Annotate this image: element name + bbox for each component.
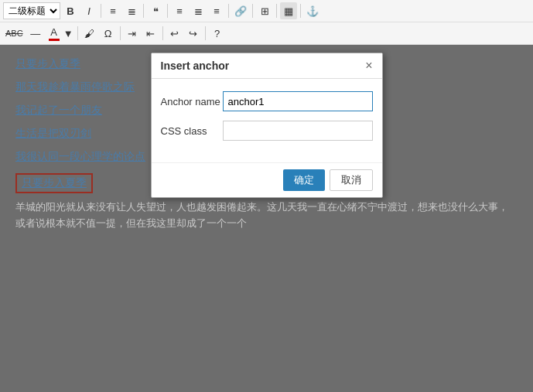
- link-button[interactable]: 🔗: [232, 2, 249, 19]
- modal-overlay: Insert anchor × Anchor name CSS class 确定…: [0, 45, 533, 392]
- confirm-button[interactable]: 确定: [283, 169, 325, 191]
- css-class-label: CSS class: [161, 125, 223, 137]
- anchor-name-input[interactable]: [223, 91, 373, 111]
- modal-close-button[interactable]: ×: [365, 60, 372, 72]
- separator-3: [167, 4, 168, 18]
- redo-button[interactable]: ↪: [185, 25, 202, 42]
- editor-area: 只要步入夏季 那天我趁着暴雨停歌之际 我记起了一个朋友 生活是把双刃剑 我很认同…: [0, 45, 533, 392]
- special-char-button[interactable]: Ω: [100, 25, 117, 42]
- style-select[interactable]: 二级标题: [3, 2, 60, 19]
- blockquote-button[interactable]: ❝: [147, 2, 164, 19]
- align-left-button[interactable]: ≡: [171, 2, 188, 19]
- bold-button[interactable]: B: [62, 2, 79, 19]
- unordered-list-button[interactable]: ≡: [104, 2, 121, 19]
- help-button[interactable]: ?: [209, 25, 226, 42]
- separator-7: [300, 4, 301, 18]
- strikethrough-button[interactable]: ABC: [3, 25, 26, 42]
- css-class-row: CSS class: [161, 121, 373, 141]
- separator-4: [228, 4, 229, 18]
- anchor-name-row: Anchor name: [161, 91, 373, 111]
- toolbar-area: 二级标题 B I ≡ ≣ ❝ ≡ ≣ ≡ 🔗 ⊞ ▦ ⚓ ABC — A ▼ 🖌: [0, 0, 533, 45]
- separator-1: [101, 4, 101, 18]
- css-class-input[interactable]: [223, 121, 373, 141]
- modal-body: Anchor name CSS class: [152, 79, 382, 162]
- cancel-button[interactable]: 取消: [330, 169, 373, 191]
- toolbar-row-1: 二级标题 B I ≡ ≣ ❝ ≡ ≣ ≡ 🔗 ⊞ ▦ ⚓: [0, 0, 533, 22]
- align-right-button[interactable]: ≡: [208, 2, 225, 19]
- separator-2: [143, 4, 144, 18]
- ordered-list-button[interactable]: ≣: [123, 2, 140, 19]
- separator-8: [77, 26, 78, 40]
- separator-6: [276, 4, 277, 18]
- separator-10: [162, 26, 163, 40]
- modal-header: Insert anchor ×: [152, 53, 382, 79]
- outdent-button[interactable]: ⇤: [142, 25, 159, 42]
- anchor-name-label: Anchor name: [161, 96, 223, 107]
- italic-button[interactable]: I: [80, 2, 97, 19]
- anchor-button[interactable]: ⚓: [304, 2, 321, 19]
- separator-9: [120, 26, 121, 40]
- insert-anchor-dialog: Insert anchor × Anchor name CSS class 确定…: [151, 53, 383, 198]
- media-button[interactable]: ▦: [280, 2, 297, 19]
- separator-11: [205, 26, 206, 40]
- text-color-dropdown[interactable]: ▼: [63, 25, 74, 42]
- separator-5: [252, 4, 253, 18]
- horizontal-rule-button[interactable]: —: [27, 25, 44, 42]
- table-button[interactable]: ⊞: [256, 2, 273, 19]
- modal-footer: 确定 取消: [152, 162, 382, 197]
- modal-title: Insert anchor: [161, 60, 230, 72]
- text-color-button[interactable]: A: [46, 25, 63, 42]
- toolbar-row-2: ABC — A ▼ 🖌 Ω ⇥ ⇤ ↩ ↪ ?: [0, 22, 533, 44]
- highlight-button[interactable]: 🖌: [81, 25, 98, 42]
- undo-button[interactable]: ↩: [166, 25, 183, 42]
- align-center-button[interactable]: ≣: [190, 2, 207, 19]
- indent-button[interactable]: ⇥: [124, 25, 141, 42]
